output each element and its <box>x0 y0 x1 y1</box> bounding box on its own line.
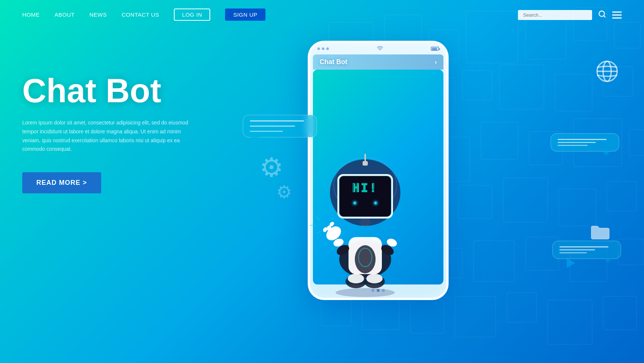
nav-right <box>518 10 622 20</box>
menu-line-1 <box>612 11 622 13</box>
bubble-line-r1-3 <box>558 145 588 146</box>
bubble-tail-right-1 <box>602 151 610 156</box>
page-wrapper: HOME ABOUT NEWS CONTACT US LOG IN SIGN U… <box>0 0 644 363</box>
svg-rect-66 <box>364 154 366 162</box>
globe-icon <box>595 59 619 89</box>
bubble-tail-left <box>252 137 260 141</box>
robot-illustration: HI! HI! <box>295 111 436 304</box>
signup-button[interactable]: SIGN UP <box>225 9 265 21</box>
phone-chevron-icon: › <box>435 59 437 66</box>
bubble-line-2 <box>250 126 295 127</box>
hero-description: Lorem Ipsum dolor sit amet, consectetur … <box>22 119 193 154</box>
svg-point-77 <box>374 202 377 204</box>
nav-link-home[interactable]: HOME <box>22 11 40 18</box>
nav-item-about[interactable]: ABOUT <box>55 11 75 18</box>
bubble-line-r2-2 <box>559 249 595 250</box>
search-icon[interactable] <box>598 10 606 20</box>
svg-line-85 <box>316 232 321 233</box>
menu-line-3 <box>612 17 622 19</box>
chat-bubble-right-1 <box>551 133 619 151</box>
svg-line-84 <box>310 225 315 226</box>
bubble-line-r2-1 <box>559 246 608 247</box>
svg-point-80 <box>348 274 364 283</box>
hamburger-menu-icon[interactable] <box>612 11 622 19</box>
login-button[interactable]: LOG IN <box>174 9 210 21</box>
gear-small-icon: ⚙ <box>276 182 292 202</box>
bubble-tail-right-2 <box>604 259 612 263</box>
wifi-icon <box>377 46 383 51</box>
navbar: HOME ABOUT NEWS CONTACT US LOG IN SIGN U… <box>0 0 644 30</box>
svg-point-44 <box>380 50 380 50</box>
nav-links: HOME ABOUT NEWS CONTACT US LOG IN SIGN U… <box>22 11 265 18</box>
battery-icon <box>431 47 439 51</box>
read-more-button[interactable]: READ MORE > <box>22 172 101 193</box>
arrow-right-icon <box>564 256 578 272</box>
search-input[interactable] <box>518 10 592 20</box>
folder-icon <box>591 224 610 242</box>
bubble-line-3 <box>250 131 283 132</box>
gear-large-icon: ⚙ <box>260 152 284 183</box>
dot-2 <box>322 47 324 50</box>
hero-title: Chat Bot <box>22 74 237 107</box>
nav-link-news[interactable]: NEWS <box>89 11 107 18</box>
svg-line-83 <box>316 217 320 220</box>
hero-content: Chat Bot Lorem Ipsum dolor sit amet, con… <box>22 74 237 193</box>
bubble-line-r1-2 <box>558 142 596 143</box>
svg-point-51 <box>355 245 376 273</box>
bubble-line-r1-1 <box>558 139 607 140</box>
bubble-lines-right-1 <box>558 139 612 146</box>
nav-item-news[interactable]: NEWS <box>89 11 107 18</box>
nav-link-contact[interactable]: CONTACT US <box>122 11 159 18</box>
svg-line-43 <box>604 16 605 17</box>
menu-line-2 <box>612 14 622 16</box>
nav-link-about[interactable]: ABOUT <box>55 11 75 18</box>
svg-point-76 <box>354 202 356 204</box>
svg-marker-48 <box>567 258 575 268</box>
svg-text:HI!: HI! <box>353 182 377 194</box>
dot-3 <box>326 47 329 50</box>
svg-point-82 <box>336 288 395 297</box>
nav-item-signup[interactable]: SIGN UP <box>225 11 265 18</box>
bubble-line-r2-3 <box>559 252 587 253</box>
bubble-lines-right-2 <box>559 246 614 253</box>
phone-signal-dots <box>317 47 329 50</box>
svg-point-81 <box>366 274 383 283</box>
phone-app-title: Chat Bot <box>320 58 347 66</box>
dot-1 <box>317 47 320 50</box>
phone-app-bar: Chat Bot › <box>313 54 443 70</box>
svg-rect-20 <box>629 130 644 156</box>
nav-item-home[interactable]: HOME <box>22 11 40 18</box>
phone-status-bar <box>310 43 446 54</box>
nav-item-contact[interactable]: CONTACT US <box>122 11 159 18</box>
nav-item-login[interactable]: LOG IN <box>174 11 210 18</box>
phone-robot-area: ⚙ ⚙ <box>222 26 630 352</box>
chat-bubble-right-2 <box>552 241 621 259</box>
